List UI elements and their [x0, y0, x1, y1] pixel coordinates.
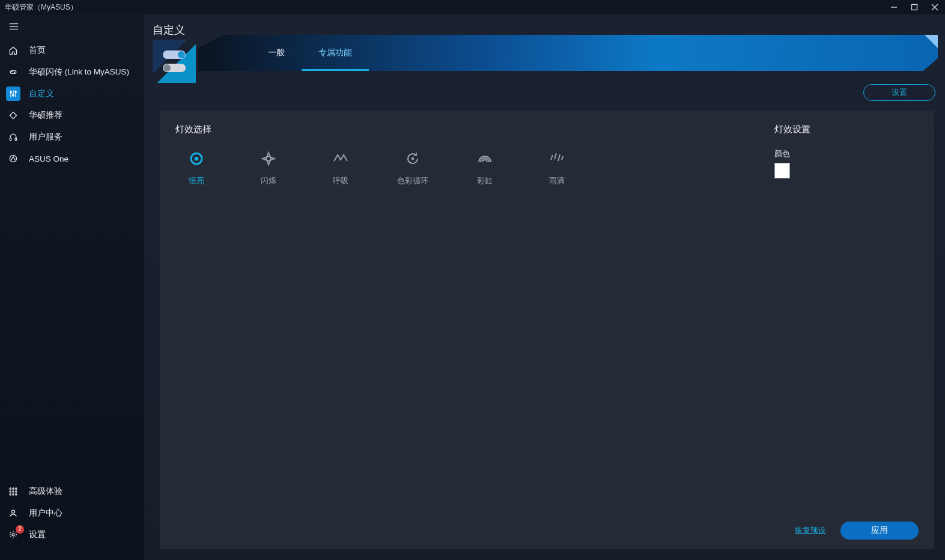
tab-label: 一般 — [268, 47, 285, 58]
sidebar-item-recommend[interactable]: 华硕推荐 — [0, 105, 144, 126]
settings-button-label: 设置 — [892, 87, 907, 98]
effect-breathe[interactable]: 呼吸 — [320, 148, 362, 186]
maximize-button[interactable] — [904, 0, 925, 14]
menu-toggle[interactable] — [0, 17, 144, 36]
sliders-icon — [6, 87, 20, 101]
sidebar-nav: 首页 华硕闪传 (Link to MyASUS) 自定义 华硕推荐 用户服务 A… — [0, 40, 144, 169]
grid-icon — [6, 484, 20, 499]
svg-point-19 — [10, 491, 11, 492]
sidebar-bottom: 高级体验 用户中心 2 设置 — [0, 481, 144, 560]
tab-label: 专属功能 — [318, 47, 352, 58]
svg-point-22 — [10, 494, 11, 495]
effect-blink[interactable]: 闪烁 — [248, 148, 290, 186]
close-button[interactable] — [925, 0, 945, 14]
sidebar-item-asusone[interactable]: ASUS One — [0, 148, 144, 169]
sidebar-item-label: ASUS One — [29, 154, 68, 163]
asus-one-icon — [6, 151, 20, 166]
sidebar-item-label: 高级体验 — [29, 486, 62, 497]
effect-label: 恒亮 — [189, 176, 204, 186]
minimize-button[interactable] — [884, 0, 904, 14]
main: 自定义 一般 专属功能 设置 灯效选择 — [144, 14, 945, 560]
effect-label: 彩虹 — [477, 176, 493, 186]
sidebar-item-label: 设置 — [29, 529, 46, 540]
link-icon — [6, 65, 20, 79]
svg-point-26 — [12, 534, 14, 536]
tabs: 一般 专属功能 — [251, 35, 369, 71]
svg-marker-29 — [266, 153, 271, 165]
sidebar-item-advanced[interactable]: 高级体验 — [0, 481, 144, 502]
svg-point-20 — [13, 491, 14, 492]
svg-line-32 — [551, 155, 553, 160]
panel-footer: 恢复预设 应用 — [175, 516, 919, 540]
effect-rain[interactable]: 雨滴 — [536, 148, 578, 186]
svg-point-16 — [10, 488, 11, 489]
svg-point-31 — [412, 157, 414, 160]
home-icon — [6, 43, 20, 58]
sidebar-item-user[interactable]: 用户中心 — [0, 502, 144, 524]
top-actions: 设置 — [144, 75, 945, 111]
svg-rect-1 — [912, 5, 917, 10]
sidebar-item-home[interactable]: 首页 — [0, 40, 144, 61]
sidebar-item-label: 华硕推荐 — [29, 110, 62, 121]
svg-point-23 — [13, 494, 14, 495]
rainbow-icon — [475, 148, 495, 169]
settings-badge: 2 — [16, 525, 24, 534]
titlebar: 华硕管家（MyASUS） — [0, 0, 945, 14]
effect-settings-title: 灯效设置 — [774, 124, 919, 135]
effect-static[interactable]: 恒亮 — [175, 148, 217, 186]
effect-settings-col: 灯效设置 颜色 — [774, 124, 919, 186]
sidebar-item-label: 华硕闪传 (Link to MyASUS) — [29, 67, 129, 78]
sidebar-item-support[interactable]: 用户服务 — [0, 126, 144, 148]
cycle-icon — [403, 148, 423, 169]
svg-marker-30 — [263, 156, 275, 161]
svg-point-25 — [11, 510, 14, 513]
tag-icon — [6, 108, 20, 123]
sidebar-item-settings[interactable]: 2 设置 — [0, 524, 144, 546]
panel: 灯效选择 恒亮 闪烁 呼吸 — [160, 111, 934, 549]
apply-label: 应用 — [871, 526, 888, 535]
effect-color-cycle[interactable]: 色彩循环 — [392, 148, 434, 186]
panel-body: 灯效选择 恒亮 闪烁 呼吸 — [175, 124, 919, 186]
sidebar-item-link[interactable]: 华硕闪传 (Link to MyASUS) — [0, 61, 144, 83]
sidebar-item-label: 用户服务 — [29, 132, 62, 142]
effect-label: 雨滴 — [549, 176, 565, 186]
page-title: 自定义 — [153, 23, 185, 37]
rain-icon — [547, 148, 567, 169]
customize-icon — [153, 40, 196, 83]
sidebar-item-label: 首页 — [29, 45, 46, 56]
reset-label: 恢复预设 — [795, 526, 826, 535]
effects-title: 灯效选择 — [175, 124, 738, 135]
effects-col: 灯效选择 恒亮 闪烁 呼吸 — [175, 124, 738, 186]
sidebar-item-customize[interactable]: 自定义 — [0, 83, 144, 105]
banner-corner — [925, 35, 938, 48]
svg-rect-13 — [10, 138, 11, 141]
svg-line-33 — [555, 153, 556, 159]
tab-exclusive[interactable]: 专属功能 — [302, 35, 369, 71]
window-controls — [884, 0, 945, 14]
gear-icon: 2 — [6, 528, 20, 542]
reset-defaults-link[interactable]: 恢复预设 — [795, 526, 826, 536]
toggle-on-icon — [163, 50, 186, 59]
sidebar: 首页 华硕闪传 (Link to MyASUS) 自定义 华硕推荐 用户服务 A… — [0, 14, 144, 560]
sidebar-item-label: 用户中心 — [29, 508, 62, 519]
effect-label: 呼吸 — [333, 176, 348, 186]
svg-point-21 — [16, 491, 17, 492]
color-swatch[interactable] — [774, 163, 790, 178]
breathe-icon — [330, 148, 351, 169]
headset-icon — [6, 130, 20, 144]
settings-button[interactable]: 设置 — [863, 84, 935, 101]
svg-point-18 — [16, 488, 17, 489]
svg-line-34 — [558, 154, 560, 161]
tab-general[interactable]: 一般 — [251, 35, 302, 71]
svg-point-24 — [16, 494, 17, 495]
apply-button[interactable]: 应用 — [840, 522, 919, 540]
svg-line-35 — [562, 156, 563, 160]
app-title: 华硕管家（MyASUS） — [5, 2, 77, 13]
effect-rainbow[interactable]: 彩虹 — [464, 148, 506, 186]
effect-label: 色彩循环 — [397, 176, 428, 186]
color-label: 颜色 — [774, 148, 919, 159]
svg-point-28 — [195, 157, 198, 160]
page-header: 自定义 一般 专属功能 — [144, 14, 945, 75]
static-icon — [186, 148, 207, 169]
svg-point-17 — [13, 488, 14, 489]
